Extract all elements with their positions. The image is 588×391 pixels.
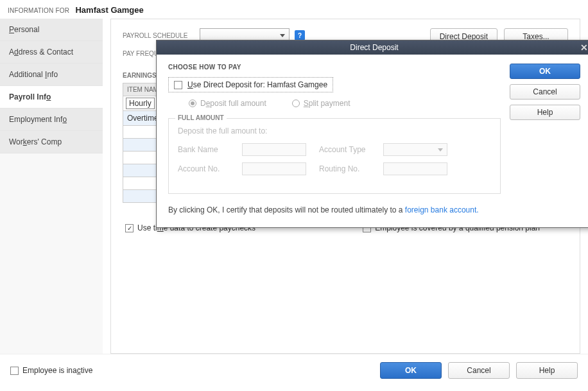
sidebar-item-address[interactable]: Address & Contact xyxy=(0,41,103,64)
bank-name-label: Bank Name xyxy=(178,145,236,154)
content-panel: Direct Deposit Taxes... PAYROLL SCHEDULE… xyxy=(110,19,580,354)
use-direct-deposit-row: Use Direct Deposit for: Hamfast Gamgee xyxy=(168,77,333,92)
dialog-title: Direct Deposit xyxy=(350,43,398,52)
cancel-button[interactable]: Cancel xyxy=(448,362,510,379)
main-container: Personal Address & Contact Additional In… xyxy=(0,19,588,354)
employee-inactive-checkbox[interactable] xyxy=(10,367,19,375)
full-amount-subtitle: Deposit the full amount to: xyxy=(178,126,491,135)
certify-text: By clicking OK, I certify that deposits … xyxy=(168,205,501,214)
sidebar-item-additional-info[interactable]: Additional Info xyxy=(0,64,103,86)
dialog-ok-button[interactable]: OK xyxy=(510,64,580,79)
use-time-data-checkbox[interactable] xyxy=(125,224,134,232)
payment-option-radios: Deposit full amount Split payment xyxy=(168,99,501,108)
chevron-down-icon xyxy=(438,148,443,152)
dialog-cancel-button[interactable]: Cancel xyxy=(510,84,580,100)
account-no-input[interactable] xyxy=(242,162,306,175)
payroll-schedule-label: PAYROLL SCHEDULE xyxy=(123,32,200,39)
sidebar-item-workers-comp[interactable]: Workers' Comp xyxy=(0,131,103,153)
use-direct-deposit-label: Use Direct Deposit for: Hamfast Gamgee xyxy=(187,80,327,89)
deposit-full-amount-radio[interactable] xyxy=(189,100,196,107)
split-payment-radio[interactable] xyxy=(292,100,300,107)
info-header: INFORMATION FOR Hamfast Gamgee xyxy=(0,0,588,19)
full-amount-title: FULL AMOUNT xyxy=(175,114,227,121)
account-type-dropdown[interactable] xyxy=(383,143,447,156)
dialog-title-bar: Direct Deposit ✕ xyxy=(157,40,588,55)
sidebar-item-payroll-info[interactable]: Payroll Info xyxy=(0,86,103,109)
use-direct-deposit-checkbox[interactable] xyxy=(174,81,182,89)
info-for-label: INFORMATION FOR xyxy=(8,7,69,14)
close-icon[interactable]: ✕ xyxy=(580,42,588,53)
deposit-full-amount-label: Deposit full amount xyxy=(200,99,266,108)
direct-deposit-dialog: Direct Deposit ✕ CHOOSE HOW TO PAY Use D… xyxy=(156,40,588,228)
ok-button[interactable]: OK xyxy=(380,362,442,379)
sidebar-item-personal[interactable]: Personal xyxy=(0,19,103,41)
employee-inactive-label: Employee is inactive xyxy=(22,366,92,375)
account-type-label: Account Type xyxy=(319,145,377,154)
dialog-help-button[interactable]: Help xyxy=(510,105,580,120)
footer: Employee is inactive OK Cancel Help xyxy=(0,354,588,387)
sidebar: Personal Address & Contact Additional In… xyxy=(0,19,103,354)
routing-no-input[interactable] xyxy=(383,162,447,175)
full-amount-panel: FULL AMOUNT Deposit the full amount to: … xyxy=(168,118,501,194)
bank-name-input[interactable] xyxy=(242,143,306,156)
choose-how-to-pay-header: CHOOSE HOW TO PAY xyxy=(168,64,501,71)
help-button[interactable]: Help xyxy=(516,362,578,379)
employee-name: Hamfast Gamgee xyxy=(75,5,143,15)
split-payment-label: Split payment xyxy=(304,99,350,108)
foreign-bank-link[interactable]: foreign bank account. xyxy=(405,205,479,214)
chevron-down-icon xyxy=(280,34,285,37)
routing-no-label: Routing No. xyxy=(319,164,377,173)
sidebar-item-employment-info[interactable]: Employment Info xyxy=(0,109,103,131)
help-icon[interactable]: ? xyxy=(295,30,305,40)
account-no-label: Account No. xyxy=(178,164,236,173)
